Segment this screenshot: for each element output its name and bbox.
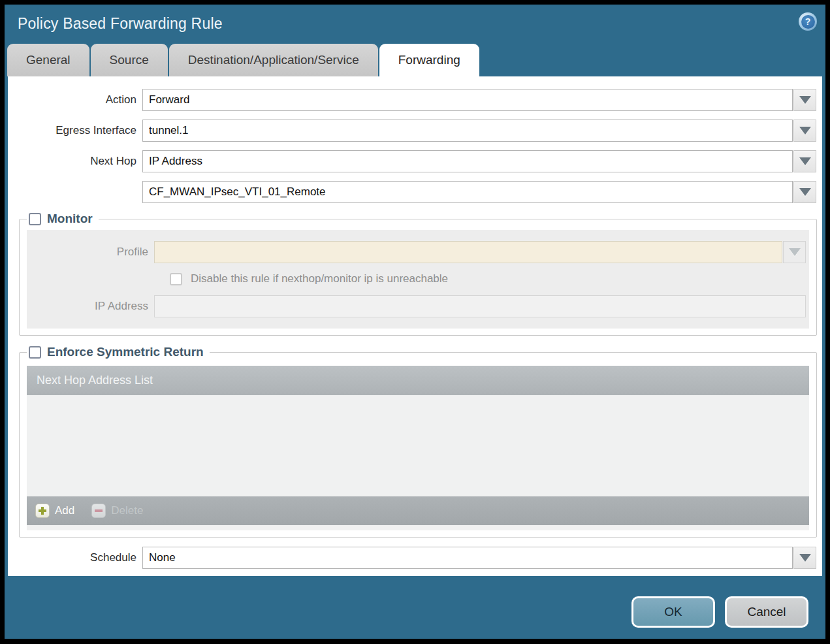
- symmetric-return-legend: Enforce Symmetric Return: [27, 345, 210, 359]
- tab-label: Destination/Application/Service: [188, 53, 359, 67]
- symmetric-return-checkbox[interactable]: [29, 346, 41, 359]
- disable-rule-checkbox: [170, 273, 182, 285]
- help-icon[interactable]: ?: [799, 12, 817, 31]
- monitor-ip-address-field: [154, 295, 806, 317]
- dialog-footer: OK Cancel: [5, 576, 825, 639]
- schedule-field[interactable]: [142, 547, 793, 569]
- ok-button[interactable]: OK: [631, 596, 715, 628]
- monitor-section: Monitor Profile Disable this rule if nex…: [19, 212, 817, 336]
- profile-dropdown-button: [783, 241, 806, 263]
- profile-field: [154, 241, 782, 263]
- tab-label: Source: [110, 53, 149, 67]
- table-toolbar: Add Delete: [27, 496, 809, 525]
- action-row: Action: [8, 89, 816, 111]
- title-bar: Policy Based Forwarding Rule ?: [5, 5, 825, 39]
- plus-icon: [35, 504, 50, 518]
- next-hop-row: Next Hop: [8, 150, 816, 172]
- table-header-label: Next Hop Address List: [37, 374, 153, 387]
- profile-label: Profile: [27, 246, 154, 259]
- tab-destination-application-service[interactable]: Destination/Application/Service: [169, 44, 378, 76]
- tab-bar: General Source Destination/Application/S…: [5, 39, 825, 76]
- add-button[interactable]: Add: [35, 504, 74, 518]
- question-mark-glyph: ?: [801, 15, 815, 29]
- delete-button: Delete: [91, 504, 143, 518]
- schedule-label: Schedule: [8, 551, 142, 564]
- monitor-checkbox[interactable]: [29, 213, 41, 225]
- next-hop-type-dropdown-button[interactable]: [793, 150, 816, 172]
- table-header: Next Hop Address List: [27, 366, 809, 395]
- action-dropdown-button[interactable]: [793, 89, 816, 111]
- add-button-label: Add: [55, 504, 74, 517]
- monitor-panel: Profile Disable this rule if nexthop/mon…: [27, 230, 809, 329]
- monitor-legend: Monitor: [27, 212, 99, 226]
- forwarding-tab-panel: Action Egress Interface Next Hop: [8, 76, 822, 576]
- tab-label: Forwarding: [398, 53, 460, 67]
- chevron-down-icon: [799, 127, 811, 135]
- disable-rule-row: Disable this rule if nexthop/monitor ip …: [170, 272, 809, 285]
- tab-source[interactable]: Source: [91, 44, 168, 76]
- chevron-down-icon: [799, 157, 811, 165]
- egress-interface-row: Egress Interface: [8, 120, 816, 142]
- egress-interface-field[interactable]: [142, 120, 793, 142]
- delete-button-label: Delete: [111, 504, 143, 517]
- policy-based-forwarding-dialog: Policy Based Forwarding Rule ? General S…: [5, 5, 825, 639]
- next-hop-address-row: [8, 181, 816, 203]
- chevron-down-icon: [799, 188, 811, 196]
- next-hop-address-field[interactable]: [142, 181, 793, 203]
- symmetric-return-section-title: Enforce Symmetric Return: [47, 345, 204, 359]
- monitor-ip-address-label: IP Address: [27, 300, 154, 313]
- dialog-title: Policy Based Forwarding Rule: [18, 15, 223, 33]
- symmetric-return-section: Enforce Symmetric Return Next Hop Addres…: [19, 345, 817, 538]
- table-bottom-strip: [27, 525, 809, 530]
- egress-interface-label: Egress Interface: [8, 124, 142, 137]
- next-hop-type-field[interactable]: [142, 150, 793, 172]
- cancel-button[interactable]: Cancel: [725, 596, 808, 628]
- schedule-row: Schedule: [8, 547, 816, 569]
- tab-label: General: [26, 53, 71, 67]
- chevron-down-icon: [799, 554, 811, 562]
- table-body-empty: [27, 395, 809, 496]
- profile-row: Profile: [27, 241, 806, 263]
- schedule-dropdown-button[interactable]: [793, 547, 816, 569]
- monitor-ip-address-row: IP Address: [27, 295, 806, 317]
- next-hop-address-dropdown-button[interactable]: [793, 181, 816, 203]
- action-field[interactable]: [142, 89, 793, 111]
- chevron-down-icon: [789, 248, 801, 256]
- egress-interface-dropdown-button[interactable]: [793, 120, 816, 142]
- chevron-down-icon: [799, 96, 811, 104]
- tab-general[interactable]: General: [7, 44, 89, 76]
- minus-icon: [91, 504, 106, 518]
- disable-rule-label: Disable this rule if nexthop/monitor ip …: [191, 272, 448, 285]
- next-hop-label: Next Hop: [8, 155, 142, 168]
- tab-forwarding[interactable]: Forwarding: [379, 44, 479, 76]
- next-hop-address-list-table: Next Hop Address List Add Delete: [27, 366, 809, 530]
- monitor-section-title: Monitor: [47, 212, 93, 226]
- action-label: Action: [8, 93, 142, 106]
